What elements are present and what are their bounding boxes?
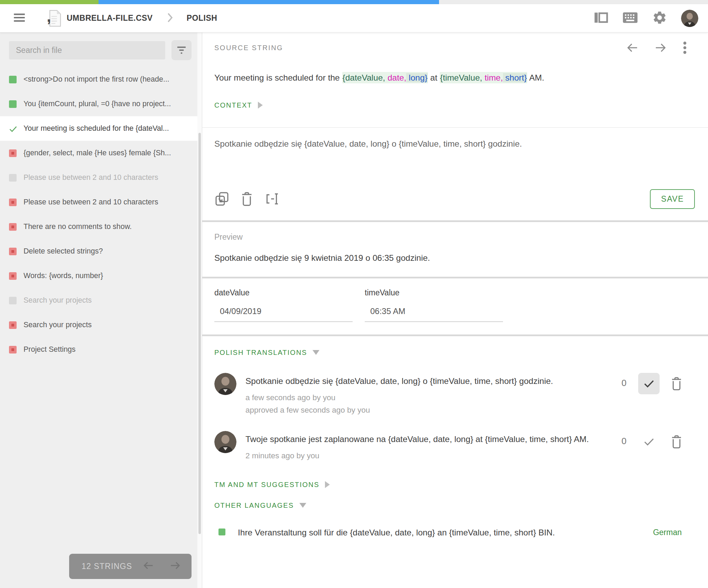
string-list-item[interactable]: {gender, select, male {He uses} female {… <box>0 141 202 165</box>
string-status-icon <box>9 199 17 206</box>
time-value-param-label: timeValue <box>365 288 503 297</box>
string-list-item-selected[interactable]: Your meeting is scheduled for the {dateV… <box>0 116 202 141</box>
context-label[interactable]: CONTEXT <box>214 101 252 110</box>
string-status-icon <box>9 321 17 329</box>
sidebar-scrollbar-thumb[interactable] <box>198 133 201 534</box>
filter-button[interactable] <box>171 40 192 60</box>
translation-text[interactable]: Spotkanie odbędzie się {dateValue, date,… <box>245 373 553 388</box>
pager-previous-icon[interactable] <box>142 560 154 573</box>
string-list-item[interactable]: Words: {words, number} <box>0 264 202 288</box>
tm-mt-suggestions-label[interactable]: TM AND MT SUGGESTIONS <box>214 480 319 489</box>
string-list-item[interactable]: Search your projects <box>0 288 202 313</box>
string-list-item[interactable]: Search your projects <box>0 313 202 337</box>
string-status-icon <box>9 149 17 157</box>
divider <box>202 127 708 128</box>
clear-translation-trash-icon[interactable] <box>237 189 257 209</box>
string-list-item[interactable]: Project Settings <box>0 337 202 362</box>
keyboard-shortcuts-icon[interactable] <box>622 11 638 26</box>
user-avatar[interactable] <box>681 10 698 27</box>
string-status-icon <box>9 248 17 255</box>
csv-file-icon: , <box>48 10 62 27</box>
date-value-param-label: dateValue <box>214 288 353 297</box>
progress-segment-remaining <box>439 0 708 4</box>
translator-avatar[interactable] <box>214 431 236 453</box>
translation-textarea[interactable]: Spotkanie odbędzie się {dateValue, date,… <box>214 137 695 152</box>
pager-next-icon[interactable] <box>169 560 181 573</box>
file-progress-bar <box>0 0 708 4</box>
approve-translation-button[interactable] <box>638 373 660 394</box>
tm-collapsed-icon <box>325 481 330 488</box>
string-status-icon <box>9 76 17 83</box>
date-placeholder-token[interactable]: {dateValue, date, long} <box>342 72 428 83</box>
vote-count: 0 <box>620 373 628 388</box>
placeholder-params: dateValue 04/09/2019 timeValue 06:35 AM <box>202 278 708 334</box>
delete-translation-icon[interactable] <box>670 431 683 450</box>
other-language-status-icon <box>218 529 225 535</box>
more-options-kebab-icon[interactable] <box>682 41 687 55</box>
previous-string-icon[interactable] <box>626 42 639 54</box>
editor-panel: SOURCE STRING Your meeting is scheduled … <box>202 33 708 588</box>
translations-section: POLISH TRANSLATIONS Spotkanie odbędzie s… <box>202 336 708 540</box>
string-list-item[interactable]: Please use between 2 and 10 characters <box>0 190 202 214</box>
side-by-side-view-icon[interactable] <box>593 11 608 26</box>
other-languages-toggle[interactable]: OTHER LANGUAGES <box>214 501 695 510</box>
string-list-item[interactable]: <strong>Do not import the first row (hea… <box>0 67 202 92</box>
date-value-input[interactable]: 04/09/2019 <box>214 306 353 322</box>
translation-item: Spotkanie odbędzie się {dateValue, date,… <box>214 373 695 415</box>
vote-count: 0 <box>620 431 628 447</box>
sidebar-scrollbar[interactable] <box>197 33 202 588</box>
translator-avatar[interactable] <box>214 373 236 395</box>
csv-comma-glyph: , <box>47 13 51 20</box>
string-approved-check-icon <box>9 125 17 132</box>
other-language-text: Ihre Veranstaltung soll für die {dateVal… <box>238 526 555 540</box>
string-list-item[interactable]: Delete selected strings? <box>0 239 202 264</box>
polish-translations-toggle[interactable]: POLISH TRANSLATIONS <box>214 348 695 357</box>
settings-gear-icon[interactable] <box>652 10 667 27</box>
other-languages-expanded-icon <box>299 503 306 508</box>
save-button[interactable]: SAVE <box>650 189 695 209</box>
breadcrumb-language[interactable]: POLISH <box>187 13 217 23</box>
approve-translation-button[interactable] <box>638 431 660 452</box>
tm-mt-suggestions-toggle[interactable]: TM AND MT SUGGESTIONS <box>214 480 695 489</box>
other-language-item[interactable]: Ihre Veranstaltung soll für die {dateVal… <box>214 526 695 540</box>
source-string-section-label: SOURCE STRING <box>214 43 283 52</box>
context-collapsed-icon <box>258 102 263 109</box>
translation-text[interactable]: Twoje spotkanie jest zaplanowane na {dat… <box>245 431 589 446</box>
context-toggle[interactable]: CONTEXT <box>214 101 708 109</box>
time-value-input[interactable]: 06:35 AM <box>365 306 503 322</box>
string-status-icon <box>9 272 17 280</box>
time-placeholder-token[interactable]: {timeValue, time, short} <box>440 72 528 83</box>
breadcrumb-file-name[interactable]: UMBRELLA-FILE.CSV <box>67 13 153 23</box>
progress-segment-translated <box>99 0 439 4</box>
strings-sidebar: <strong>Do not import the first row (hea… <box>0 33 202 588</box>
strings-count-label: 12 STRINGS <box>82 562 132 571</box>
string-status-icon <box>9 223 17 231</box>
copy-source-icon[interactable] <box>212 189 232 209</box>
string-list: <strong>Do not import the first row (hea… <box>0 67 202 362</box>
translation-meta: 2 minutes ago by you <box>245 451 589 461</box>
translation-toolbar: SAVE <box>212 188 695 210</box>
other-languages-label[interactable]: OTHER LANGUAGES <box>214 501 294 510</box>
menu-icon[interactable] <box>12 10 27 26</box>
string-list-item[interactable]: Please use between 2 and 10 characters <box>0 165 202 190</box>
preview-label: Preview <box>214 232 695 241</box>
polish-translations-label[interactable]: POLISH TRANSLATIONS <box>214 348 307 357</box>
string-status-icon <box>9 297 17 304</box>
app-header: , UMBRELLA-FILE.CSV POLISH <box>0 4 708 33</box>
string-status-icon <box>9 100 17 108</box>
next-string-icon[interactable] <box>654 42 667 54</box>
progress-segment-approved <box>0 0 99 4</box>
translation-meta: a few seconds ago by you <box>245 393 553 403</box>
string-status-icon <box>9 346 17 353</box>
preview-section: Preview Spotkanie odbędzie się 9 kwietni… <box>202 222 708 277</box>
insert-placeholder-icon[interactable] <box>262 189 282 209</box>
delete-translation-icon[interactable] <box>670 373 683 392</box>
search-input[interactable] <box>9 41 165 59</box>
preview-text: Spotkanie odbędzie się 9 kwietnia 2019 o… <box>214 251 695 265</box>
string-list-item[interactable]: There are no comments to show. <box>0 214 202 239</box>
string-list-item[interactable]: You {itemCount, plural, =0 {have no proj… <box>0 92 202 116</box>
translation-approved-meta: approved a few seconds ago by you <box>245 405 553 415</box>
source-string-text: Your meeting is scheduled for the {dateV… <box>214 71 695 85</box>
translations-expanded-icon <box>313 350 319 355</box>
other-language-name[interactable]: German <box>653 526 682 537</box>
